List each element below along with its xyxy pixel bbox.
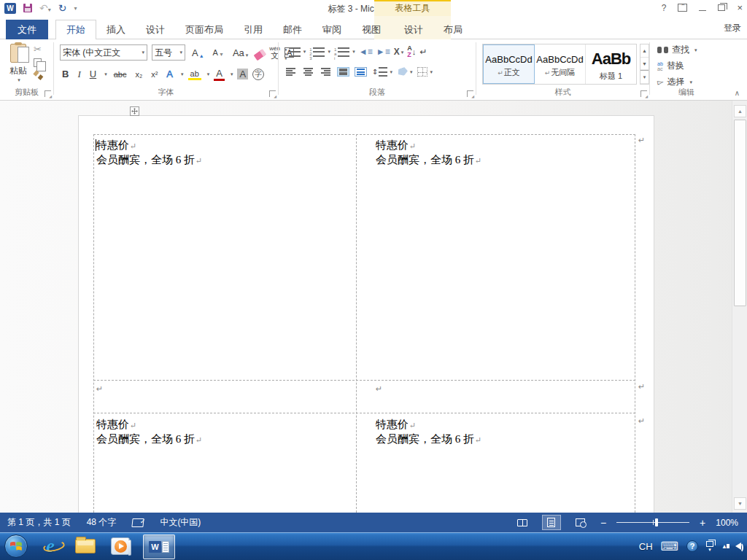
tab-insert[interactable]: 插入 <box>96 20 136 39</box>
style-heading1[interactable]: AaBb 标题 1 <box>586 44 636 84</box>
tab-home[interactable]: 开始 <box>55 20 96 40</box>
zoom-slider-handle[interactable] <box>655 518 658 526</box>
multilevel-list-button[interactable]: 1ai▾ <box>334 47 355 57</box>
word-count[interactable]: 48 个字 <box>87 516 117 529</box>
keyboard-icon[interactable]: ⌨ <box>661 540 679 553</box>
tab-view[interactable]: 视图 <box>352 20 391 39</box>
strikethrough-button[interactable]: abc <box>112 69 129 79</box>
tab-design[interactable]: 设计 <box>136 20 175 39</box>
tab-review[interactable]: 审阅 <box>312 20 352 39</box>
numbered-list-button[interactable]: 123▾ <box>309 47 330 57</box>
word-taskbar-button[interactable]: W <box>143 534 175 559</box>
tab-file[interactable]: 文件 <box>6 20 48 39</box>
font-size-combo[interactable]: 五号 ▾ <box>152 44 185 61</box>
increase-indent-icon[interactable]: ►≡ <box>376 47 390 57</box>
format-painter-icon[interactable] <box>34 71 42 79</box>
justify-icon[interactable] <box>337 67 349 77</box>
read-mode-button[interactable] <box>513 515 532 530</box>
sign-in-link[interactable]: 登录 <box>724 22 741 34</box>
restore-icon[interactable] <box>718 4 725 11</box>
page-indicator[interactable]: 第 1 页，共 1 页 <box>7 516 71 529</box>
zoom-slider[interactable] <box>616 522 689 523</box>
speaker-icon[interactable] <box>735 542 741 550</box>
font-color-caret-icon[interactable]: ▾ <box>231 71 233 77</box>
grow-font-button[interactable]: A▲ <box>190 47 206 59</box>
copy-icon[interactable] <box>34 58 42 67</box>
style-normal[interactable]: AaBbCcDd ↵正文 <box>483 44 535 84</box>
text-effects-caret-icon[interactable]: ▾ <box>181 71 184 77</box>
zoom-in-button[interactable]: + <box>700 518 705 528</box>
subscript-button[interactable]: x₂ <box>133 69 144 79</box>
asian-layout-button[interactable]: X▾ <box>394 47 404 56</box>
line-spacing-button[interactable]: ⇕▾ <box>372 67 392 77</box>
print-layout-button[interactable] <box>542 515 561 530</box>
document-page[interactable]: 特惠价↵ 会员酬宾，全场 6 折↵ 特惠价↵ 会员酬宾，全场 6 折↵ ↵ ↵ … <box>78 115 654 513</box>
align-left-icon[interactable] <box>285 67 297 77</box>
underline-caret-icon[interactable]: ▾ <box>104 71 107 77</box>
highlight-button[interactable]: ab <box>188 69 201 80</box>
zoom-out-button[interactable]: − <box>600 518 606 528</box>
find-caret-icon[interactable]: ▾ <box>694 47 697 53</box>
borders-button[interactable]: ▾ <box>417 67 433 77</box>
cut-icon[interactable]: ✂ <box>34 44 42 55</box>
font-dialog-launcher[interactable] <box>269 90 276 97</box>
tab-page-layout[interactable]: 页面布局 <box>175 20 233 39</box>
select-caret-icon[interactable]: ▾ <box>689 79 692 85</box>
paste-button[interactable]: 粘贴 ▾ <box>6 44 31 83</box>
italic-button[interactable]: I <box>75 68 82 81</box>
collapse-ribbon-icon[interactable]: ∧ <box>735 89 740 97</box>
vertical-scrollbar[interactable]: ▲ ▼ <box>732 101 747 513</box>
underline-button[interactable]: U <box>88 68 98 80</box>
sort-button[interactable]: AZ↓ <box>407 45 416 58</box>
decrease-indent-icon[interactable]: ◄≡ <box>359 47 373 57</box>
paste-caret-icon[interactable]: ▾ <box>7 77 31 83</box>
table-move-handle[interactable] <box>130 106 139 116</box>
label-cell[interactable]: 特惠价↵ 会员酬宾，全场 6 折↵ <box>96 418 202 447</box>
tab-mailings[interactable]: 邮件 <box>273 20 312 39</box>
font-color-button[interactable]: A <box>214 67 225 81</box>
align-right-icon[interactable] <box>320 67 332 77</box>
language-bar-options[interactable]: ▼ <box>706 541 713 552</box>
label-cell[interactable]: 特惠价↵ 会员酬宾，全场 6 折↵ <box>376 139 481 168</box>
shading-button[interactable]: ▾ <box>398 68 413 76</box>
scrollbar-thumb[interactable] <box>734 120 746 306</box>
style-no-spacing[interactable]: AaBbCcDd ↵无间隔 <box>535 44 586 84</box>
bullet-list-button[interactable]: ●●●▾ <box>285 47 306 57</box>
paragraph-dialog-launcher[interactable] <box>467 90 473 97</box>
replace-button[interactable]: abac 替换 <box>657 60 697 72</box>
styles-scroll-down-icon[interactable]: ▼ <box>640 58 649 71</box>
enclose-characters-button[interactable]: 字 <box>252 69 264 80</box>
clipboard-dialog-launcher[interactable] <box>44 90 51 97</box>
minimize-icon[interactable] <box>699 10 706 11</box>
zoom-level[interactable]: 100% <box>716 518 738 528</box>
show-hide-marks-icon[interactable]: ↵ <box>419 47 427 57</box>
ime-indicator[interactable]: CH <box>639 541 653 552</box>
styles-more-icon[interactable]: ▾ <box>640 70 649 84</box>
change-case-button[interactable]: Aa▾ <box>231 47 250 59</box>
font-name-caret-icon[interactable]: ▾ <box>142 50 144 55</box>
proofing-icon[interactable] <box>132 518 144 527</box>
tab-table-layout[interactable]: 布局 <box>433 20 473 39</box>
media-player-button[interactable] <box>108 535 133 557</box>
shrink-font-button[interactable]: A▼ <box>211 47 226 58</box>
tab-references[interactable]: 引用 <box>233 20 273 39</box>
scroll-up-icon[interactable]: ▲ <box>734 105 746 117</box>
language-indicator[interactable]: 中文(中国) <box>160 516 201 529</box>
ribbon-display-options-icon[interactable] <box>678 4 687 12</box>
clear-formatting-icon[interactable] <box>254 49 266 60</box>
styles-dialog-launcher[interactable] <box>640 90 647 97</box>
distribute-icon[interactable] <box>355 67 367 77</box>
font-name-combo[interactable]: 宋体 (中文正文 ▾ <box>60 44 147 61</box>
character-shading-button[interactable]: A <box>237 69 248 79</box>
start-button[interactable] <box>4 534 28 558</box>
language-help-icon[interactable]: ? <box>686 540 698 552</box>
internet-explorer-button[interactable]: e <box>38 535 63 557</box>
scroll-down-icon[interactable]: ▼ <box>734 497 746 510</box>
tab-table-design[interactable]: 设计 <box>394 20 433 39</box>
find-button[interactable]: 查找 ▾ <box>657 44 697 56</box>
styles-scroll-up-icon[interactable]: ▲ <box>640 44 649 58</box>
superscript-button[interactable]: x² <box>149 69 160 79</box>
font-size-caret-icon[interactable]: ▾ <box>179 50 182 55</box>
close-icon[interactable]: × <box>737 2 743 13</box>
highlight-caret-icon[interactable]: ▾ <box>207 71 210 77</box>
